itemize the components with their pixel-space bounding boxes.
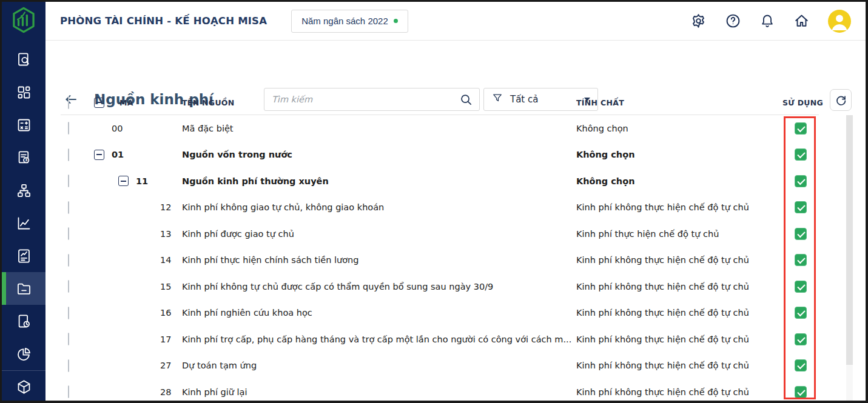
- sidebar-item-invoice-list[interactable]: 3: [2, 141, 45, 174]
- collapse-toggle-icon[interactable]: [118, 176, 129, 186]
- table-header: MÃ TÊN NGUỒN TÍNH CHẤT SỬ DỤNG: [61, 90, 819, 115]
- table-row[interactable]: 15 Kinh phí không tự chủ được cấp có thẩ…: [61, 273, 819, 300]
- table-row[interactable]: 17 Kinh phí trợ cấp, phụ cấp hàng tháng …: [61, 326, 819, 353]
- scrollbar-thumb[interactable]: [846, 115, 853, 365]
- gear-icon[interactable]: [690, 13, 707, 29]
- used-checkbox[interactable]: [795, 386, 807, 398]
- table-row[interactable]: 28 Kinh phí giữ lại Kinh phí không thực …: [61, 379, 819, 401]
- used-checkbox[interactable]: [795, 333, 807, 345]
- row-nature: Kinh phí không thực hiện chế độ tự chủ: [576, 361, 782, 370]
- used-checkbox[interactable]: [795, 148, 807, 161]
- row-nature: Kinh phí không thực hiện chế độ tự chủ: [576, 308, 782, 318]
- row-code: 11: [136, 176, 148, 186]
- line-chart-icon: [16, 215, 32, 231]
- row-checkbox[interactable]: [68, 201, 69, 214]
- question-icon[interactable]: [725, 13, 741, 29]
- sidebar-item-org-structure[interactable]: [2, 174, 45, 207]
- report-document-icon: [16, 248, 32, 264]
- row-checkbox[interactable]: [68, 254, 69, 267]
- table-row[interactable]: 00 Mã đặc biệt Không chọn: [61, 115, 819, 142]
- row-nature: Kinh phí không thực hiện chế độ tự chủ: [576, 335, 782, 344]
- used-checkbox[interactable]: [795, 175, 807, 187]
- row-code: 00: [112, 124, 123, 133]
- row-nature: Kinh phí không thực hiện chế độ tự chủ: [576, 202, 782, 212]
- row-checkbox[interactable]: [68, 227, 69, 240]
- select-all-checkbox[interactable]: [68, 96, 69, 109]
- misa-hexagon-chart-logo: [10, 6, 38, 36]
- row-nature: Kinh phí không thực hiện chế độ tự chủ: [576, 255, 782, 265]
- sidebar-item-reports[interactable]: [2, 239, 45, 272]
- used-checkbox[interactable]: [795, 254, 807, 266]
- org-chart-icon: [16, 182, 32, 199]
- row-nature: Kinh phí không thực hiện chế độ tự chủ: [576, 282, 782, 291]
- collapse-toggle-icon[interactable]: [94, 150, 104, 160]
- used-checkbox[interactable]: [795, 201, 807, 213]
- table-row[interactable]: 16 Kinh phí nghiên cứu khoa học Kinh phí…: [61, 300, 819, 327]
- sidebar-item-catalog[interactable]: [2, 272, 45, 305]
- folder-minus-icon: [16, 281, 32, 297]
- vertical-scrollbar[interactable]: [846, 115, 853, 401]
- funding-source-table: MÃ TÊN NGUỒN TÍNH CHẤT SỬ DỤNG 00 Mã đặc…: [61, 90, 819, 401]
- table-row[interactable]: 12 Kinh phí không giao tự chủ, không gia…: [61, 195, 819, 221]
- file-clock-icon: [16, 313, 32, 330]
- row-name: Nguồn kinh phí thường xuyên: [182, 176, 576, 186]
- row-name: Kinh phí trợ cấp, phụ cấp hàng tháng và …: [182, 335, 576, 344]
- row-name: Kinh phí được giao tự chủ: [182, 229, 576, 239]
- app-logo[interactable]: [2, 2, 45, 41]
- row-name: Kinh phí không tự chủ được cấp có thẩm q…: [182, 282, 576, 291]
- row-name: Kinh phí không giao tự chủ, không giao k…: [182, 202, 576, 212]
- table-row[interactable]: 14 Kinh phí thực hiện chính sách tiền lư…: [61, 247, 819, 274]
- row-checkbox[interactable]: [68, 333, 69, 345]
- used-checkbox[interactable]: [795, 228, 807, 240]
- dashboard-grid-icon: [16, 84, 32, 101]
- row-checkbox[interactable]: [68, 359, 69, 372]
- sidebar-item-file-history[interactable]: [2, 305, 45, 338]
- cube-icon: [16, 379, 32, 395]
- row-nature: Không chọn: [576, 150, 782, 159]
- table-row[interactable]: 13 Kinh phí được giao tự chủ Kinh phí th…: [61, 221, 819, 247]
- refresh-button[interactable]: [830, 89, 852, 111]
- table-body: 00 Mã đặc biệt Không chọn 01 Nguồn vốn t…: [61, 115, 819, 401]
- row-checkbox[interactable]: [68, 307, 69, 319]
- sidebar-item-pie-reports[interactable]: [2, 338, 45, 370]
- sidebar-item-lookup[interactable]: [2, 43, 45, 76]
- bell-icon[interactable]: [759, 13, 775, 29]
- collapse-all-icon[interactable]: [94, 98, 104, 108]
- status-dot-icon: [394, 19, 398, 23]
- used-checkbox[interactable]: [795, 307, 807, 319]
- row-name: Mã đặc biệt: [182, 124, 576, 133]
- table-row[interactable]: 01 Nguồn vốn trong nước Không chọn: [61, 142, 819, 168]
- sidebar-item-budget-calc[interactable]: [2, 108, 45, 141]
- user-avatar-icon[interactable]: [828, 10, 851, 33]
- row-code: 13: [160, 229, 171, 239]
- column-header-used: SỬ DỤNG: [782, 98, 819, 107]
- row-code: 12: [160, 202, 171, 212]
- top-header: PHÒNG TÀI CHÍNH - KẾ HOẠCH MISA Năm ngân…: [45, 2, 866, 41]
- table-row[interactable]: 27 Dự toán tạm ứng Kinh phí không thực h…: [61, 353, 819, 379]
- row-name: Kinh phí giữ lại: [182, 387, 576, 397]
- row-checkbox[interactable]: [68, 385, 69, 398]
- column-header-code: MÃ: [119, 98, 133, 107]
- sidebar-item-analytics[interactable]: [2, 207, 45, 239]
- used-checkbox[interactable]: [795, 122, 807, 135]
- sidebar-item-dashboard[interactable]: [2, 76, 45, 108]
- column-header-name: TÊN NGUỒN: [182, 98, 576, 107]
- row-checkbox[interactable]: [68, 122, 69, 135]
- row-code: 28: [160, 387, 171, 397]
- row-checkbox[interactable]: [68, 148, 69, 161]
- row-code: 17: [160, 335, 171, 344]
- toolbar: Nguồn kinh phí Tất cả: [45, 41, 866, 90]
- invoice-clock-icon: 3: [16, 150, 32, 166]
- used-checkbox[interactable]: [795, 359, 807, 371]
- sidebar: 3: [2, 2, 45, 401]
- budget-year-label: Năm ngân sách 2022: [301, 16, 388, 26]
- row-checkbox[interactable]: [68, 280, 69, 293]
- budget-year-button[interactable]: Năm ngân sách 2022: [291, 10, 408, 33]
- sidebar-item-modules[interactable]: [2, 370, 45, 401]
- home-icon[interactable]: [793, 13, 810, 29]
- row-name: Kinh phí thực hiện chính sách tiền lương: [182, 255, 576, 265]
- table-row[interactable]: 11 Nguồn kinh phí thường xuyên Không chọ…: [61, 168, 819, 195]
- row-checkbox[interactable]: [68, 175, 69, 187]
- used-checkbox[interactable]: [795, 281, 807, 293]
- row-nature: Không chọn: [576, 176, 782, 186]
